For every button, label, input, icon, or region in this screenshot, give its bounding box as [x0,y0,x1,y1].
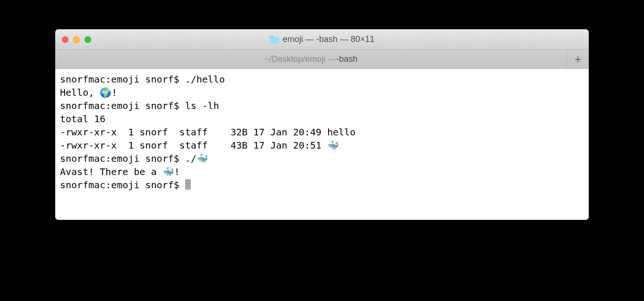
tab-current[interactable]: ~/Desktop/emoji — -bash [55,50,567,68]
new-tab-button[interactable]: + [567,50,589,68]
window-title-text: emoji — -bash — 80×11 [283,34,375,44]
close-button[interactable] [62,36,68,43]
folder-icon [270,36,279,43]
terminal-line: snorfmac:emoji snorf$ ./🐳 [60,152,584,165]
tab-path: ~/Desktop/emoji — [264,54,337,64]
tab-bar: ~/Desktop/emoji — -bash + [55,50,589,69]
titlebar[interactable]: emoji — -bash — 80×11 [55,29,589,50]
terminal-line: -rwxr-xr-x 1 snorf staff 32B 17 Jan 20:4… [60,125,584,139]
terminal-line: Avast! There be a 🐳! [60,165,584,178]
terminal-line: snorfmac:emoji snorf$ ./hello [60,73,584,86]
window-title: emoji — -bash — 80×11 [55,34,589,44]
tab-name: -bash [336,54,357,64]
terminal-line: Hello, 🌍! [60,86,584,99]
terminal-body[interactable]: snorfmac:emoji snorf$ ./helloHello, 🌍!sn… [55,69,589,220]
terminal-line: total 16 [60,112,584,125]
traffic-lights [55,36,91,43]
terminal-line: snorfmac:emoji snorf$ [60,178,584,192]
terminal-line: snorfmac:emoji snorf$ ls -lh [60,99,584,112]
cursor [185,179,191,190]
maximize-button[interactable] [85,36,91,43]
terminal-line: -rwxr-xr-x 1 snorf staff 43B 17 Jan 20:5… [60,139,584,152]
terminal-window: emoji — -bash — 80×11 ~/Desktop/emoji — … [55,29,589,220]
minimize-button[interactable] [73,36,80,43]
